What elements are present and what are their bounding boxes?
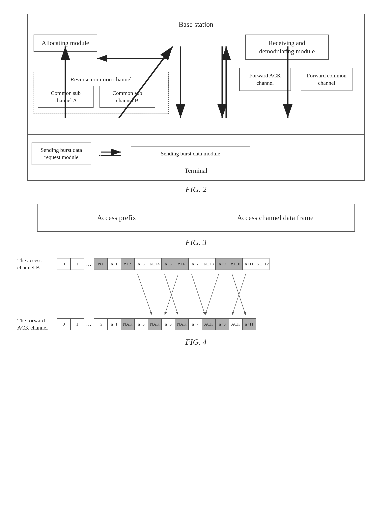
forward-ack-cell-5: NAK xyxy=(121,318,135,330)
channel-b-cell-13: n+10 xyxy=(229,258,243,270)
channel-b-cell-1: 1 xyxy=(70,258,84,270)
forward-ack-cell-7: NAK xyxy=(148,318,161,330)
channel-b-cell-2: ... xyxy=(84,258,94,270)
channel-b-cell-12: n+9 xyxy=(215,258,229,270)
access-prefix-cell: Access prefix xyxy=(37,204,196,231)
terminal-arrow-svg xyxy=(99,148,123,160)
forward-ack-cell-1: 1 xyxy=(70,318,84,330)
channel-b-cell-4: n+1 xyxy=(107,258,121,270)
channel-b-cell-6: n+3 xyxy=(135,258,148,270)
channel-b-label: The access channel B xyxy=(17,257,57,271)
forward-ack-cell-14: n+11 xyxy=(243,318,256,330)
svg-line-18 xyxy=(205,274,219,315)
channel-b-cell-11: N1+8 xyxy=(202,258,215,270)
channel-b-cell-15: N1+12 xyxy=(256,258,270,270)
forward-ack-cell-11: ACK xyxy=(202,318,215,330)
sending-burst-data-box: Sending burst data module xyxy=(131,146,250,161)
channel-b-cell-7: N1+4 xyxy=(148,258,161,270)
channel-b-cell-0: 0 xyxy=(57,258,70,270)
fig2-wrapper: Base station Allocating module Receiving… xyxy=(27,14,365,181)
terminal-label: Terminal xyxy=(32,167,360,174)
fig3-caption: FIG. 3 xyxy=(16,238,376,247)
forward-ack-row: The forward ACK channel 01...nn+1NAKn+3N… xyxy=(17,317,375,332)
channel-b-cell-5: n+2 xyxy=(121,258,135,270)
fig2-caption: FIG. 2 xyxy=(16,185,376,194)
channel-b-cell-10: n+7 xyxy=(188,258,202,270)
forward-ack-label: The forward ACK channel xyxy=(17,317,57,332)
terminal-box: Sending burst data request module Sendi xyxy=(27,134,365,181)
sending-burst-req-box: Sending burst data request module xyxy=(32,143,91,165)
recv-demod-box: Receiving and demodulating module xyxy=(245,35,329,60)
forward-common-box: Forward common channel xyxy=(301,68,352,91)
forward-ack-cell-13: ACK xyxy=(229,318,243,330)
reverse-common-channel-box: Reverse common channel Common sub channe… xyxy=(33,72,169,114)
forward-ack-box: Forward ACK channel xyxy=(239,68,291,91)
channel-b-cell-8: n+5 xyxy=(161,258,175,270)
fig3-diagram: Access prefix Access channel data frame xyxy=(37,204,355,232)
channel-b-cell-3: N1 xyxy=(94,258,107,270)
forward-ack-cell-2: ... xyxy=(84,318,94,330)
fig4-caption: FIG. 4 xyxy=(16,337,376,347)
forward-ack-cell-6: n+3 xyxy=(135,318,148,330)
fig2-diagram: Base station Allocating module Receiving… xyxy=(27,14,365,181)
forward-ack-cell-12: n+9 xyxy=(215,318,229,330)
forward-ack-cell-3: n xyxy=(94,318,107,330)
channel-b-cells: 01...N1n+1n+2n+3N1+4n+5n+6n+7N1+8n+9n+10… xyxy=(57,258,270,270)
base-station-label: Base station xyxy=(33,20,359,29)
svg-line-17 xyxy=(192,274,205,315)
forward-ack-cell-4: n+1 xyxy=(107,318,121,330)
forward-ack-cell-10: n+7 xyxy=(188,318,202,330)
base-station-box: Base station Allocating module Receiving… xyxy=(27,14,365,136)
forward-ack-cells: 01...nn+1NAKn+3NAKn+5NAKn+7ACKn+9ACKn+11 xyxy=(57,318,256,330)
allocating-module-box: Allocating module xyxy=(33,35,97,52)
access-frame: Access prefix Access channel data frame xyxy=(37,204,355,232)
channel-b-cell-14: n+11 xyxy=(243,258,256,270)
channel-b-cell-9: n+6 xyxy=(175,258,188,270)
sub-channel-a-box: Common sub channel A xyxy=(38,86,93,108)
channel-b-row: The access channel B 01...N1n+1n+2n+3N1+… xyxy=(17,257,375,271)
forward-ack-cell-9: NAK xyxy=(175,318,188,330)
fig4-arrow-svg xyxy=(17,273,375,317)
access-channel-cell: Access channel data frame xyxy=(196,204,355,231)
svg-line-14 xyxy=(138,274,152,315)
forward-ack-cell-8: n+5 xyxy=(161,318,175,330)
sub-channel-b-box: Common sub channel B xyxy=(99,86,155,108)
fig4-diagram: The access channel B 01...N1n+1n+2n+3N1+… xyxy=(17,257,375,332)
fig4-arrows xyxy=(17,273,375,317)
forward-ack-cell-0: 0 xyxy=(57,318,70,330)
